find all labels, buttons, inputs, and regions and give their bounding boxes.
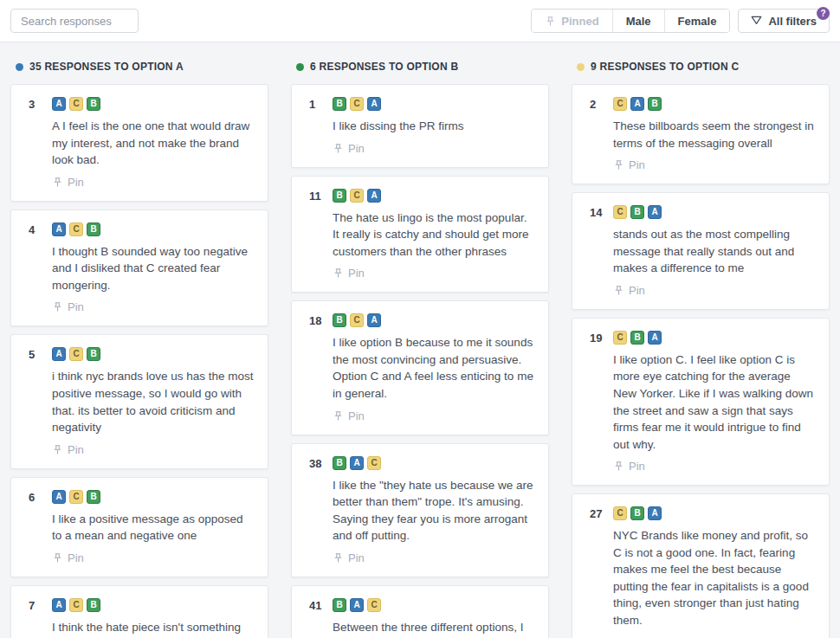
- pin-icon: [333, 267, 344, 279]
- pin-icon: [52, 177, 63, 188]
- response-body: ACBI think the hate piece isn't somethin…: [52, 598, 254, 638]
- card-list: 2CABThese billboards seem the strongest …: [572, 84, 830, 638]
- ranking-badge-b: B: [333, 97, 346, 111]
- pin-label: Pin: [68, 176, 84, 189]
- pin-icon: [52, 552, 63, 564]
- column-title: 9 RESPONSES TO OPTION C: [591, 61, 739, 73]
- pin-icon: [613, 159, 624, 171]
- ranking-badge-a: A: [367, 313, 381, 327]
- pin-button[interactable]: Pin: [613, 458, 645, 474]
- response-body: ACBi think nyc brands love us has the mo…: [52, 347, 254, 458]
- response-number: 27: [590, 506, 613, 638]
- response-card[interactable]: 6ACBI like a positive message as opposed…: [10, 477, 268, 577]
- male-filter-button[interactable]: Male: [613, 10, 665, 32]
- ranking-badge-c: C: [69, 97, 83, 111]
- ranking-badge-b: B: [333, 456, 346, 470]
- response-card[interactable]: 19CBAI like option C. I feel like option…: [572, 318, 830, 486]
- pin-button[interactable]: Pin: [52, 299, 84, 315]
- response-text: I like option B because to me it sounds …: [333, 334, 534, 402]
- pin-button[interactable]: Pin: [52, 441, 84, 458]
- response-text: I like a positive message as opposed to …: [52, 511, 254, 545]
- ranking-badge-b: B: [87, 598, 100, 612]
- ranking-badge-a: A: [648, 331, 662, 345]
- ranking-badges: BCA: [333, 313, 534, 327]
- ranking-badges: ACB: [52, 222, 254, 236]
- response-text: Between the three different options, I w…: [333, 619, 534, 638]
- pin-button[interactable]: Pin: [613, 157, 645, 173]
- ranking-badge-b: B: [333, 313, 346, 327]
- ranking-badges: ACB: [52, 490, 254, 504]
- column-title: 35 RESPONSES TO OPTION A: [29, 61, 184, 73]
- pin-button[interactable]: Pin: [52, 174, 84, 190]
- response-number: 11: [309, 189, 333, 283]
- pin-button[interactable]: Pin: [333, 408, 365, 424]
- pin-button[interactable]: Pin: [333, 140, 365, 157]
- pin-label: Pin: [68, 300, 84, 313]
- response-body: CABThese billboards seem the strongest i…: [613, 97, 815, 174]
- pinned-filter-button[interactable]: Pinned: [532, 10, 612, 32]
- response-number: 6: [29, 490, 52, 567]
- pin-button[interactable]: Pin: [613, 635, 645, 638]
- pin-button[interactable]: Pin: [613, 282, 645, 299]
- response-card[interactable]: 38BACI like the "they hate us because we…: [291, 443, 549, 577]
- ranking-badge-c: C: [69, 222, 83, 236]
- ranking-badge-a: A: [52, 598, 66, 612]
- response-card[interactable]: 2CABThese billboards seem the strongest …: [572, 84, 830, 184]
- pin-icon: [333, 410, 344, 422]
- response-text: i think nyc brands love us has the most …: [52, 368, 254, 435]
- pin-label: Pin: [629, 460, 645, 473]
- pin-icon: [52, 444, 63, 455]
- response-card[interactable]: 4ACBI thought B sounded way too negative…: [10, 209, 268, 327]
- column-option-b: 6 RESPONSES TO OPTION B1BCAI like dissin…: [291, 42, 549, 638]
- response-card[interactable]: 5ACBi think nyc brands love us has the m…: [10, 334, 268, 468]
- column-option-c: 9 RESPONSES TO OPTION C2CABThese billboa…: [572, 42, 830, 638]
- response-card[interactable]: 3ACBA I feel is the one one that would d…: [10, 84, 268, 202]
- pin-label: Pin: [68, 551, 84, 564]
- help-button[interactable]: ?: [817, 7, 830, 20]
- response-body: ACBA I feel is the one one that would dr…: [52, 97, 254, 191]
- ranking-badge-b: B: [648, 97, 662, 111]
- ranking-badges: CBA: [613, 331, 815, 345]
- card-list: 3ACBA I feel is the one one that would d…: [10, 84, 268, 638]
- ranking-badge-c: C: [350, 97, 364, 111]
- response-card[interactable]: 7ACBI think the hate piece isn't somethi…: [10, 585, 268, 638]
- female-filter-label: Female: [678, 15, 717, 28]
- response-number: 41: [309, 598, 333, 638]
- response-text: A I feel is the one one that would draw …: [52, 118, 254, 169]
- ranking-badge-a: A: [52, 490, 66, 504]
- pin-button[interactable]: Pin: [333, 265, 365, 281]
- pin-label: Pin: [68, 443, 84, 456]
- response-card[interactable]: 14CBAstands out as the most compelling m…: [572, 192, 830, 310]
- response-card[interactable]: 41BACBetween the three different options…: [291, 585, 549, 638]
- ranking-badge-c: C: [350, 313, 364, 327]
- response-card[interactable]: 11BCAThe hate us lingo is the most popul…: [291, 176, 549, 293]
- pin-button[interactable]: Pin: [52, 550, 84, 566]
- column-dot-icon: [577, 63, 585, 71]
- response-card[interactable]: 1BCAI like dissing the PR firmsPin: [291, 84, 549, 168]
- ranking-badge-a: A: [630, 97, 644, 111]
- column-header: 9 RESPONSES TO OPTION C: [577, 61, 830, 73]
- column-title: 6 RESPONSES TO OPTION B: [310, 61, 458, 73]
- response-text: These billboards seem the strongest in t…: [613, 118, 815, 151]
- pin-icon: [333, 552, 344, 564]
- column-header: 6 RESPONSES TO OPTION B: [296, 61, 549, 73]
- search-input[interactable]: [10, 9, 139, 33]
- ranking-badge-a: A: [350, 598, 364, 612]
- female-filter-button[interactable]: Female: [665, 10, 730, 32]
- column-dot-icon: [296, 63, 304, 71]
- pin-button[interactable]: Pin: [333, 550, 365, 566]
- pin-label: Pin: [348, 267, 365, 280]
- ranking-badge-c: C: [613, 331, 627, 345]
- ranking-badges: BAC: [333, 456, 534, 470]
- ranking-badges: CBA: [613, 506, 815, 520]
- response-card[interactable]: 18BCAI like option B because to me it so…: [291, 300, 549, 435]
- ranking-badge-c: C: [69, 347, 83, 361]
- response-number: 3: [29, 97, 52, 191]
- ranking-badge-a: A: [367, 189, 381, 203]
- pinned-filter-label: Pinned: [561, 15, 598, 28]
- response-card[interactable]: 27CBANYC Brands like money and profit, s…: [572, 493, 830, 638]
- ranking-badge-a: A: [52, 347, 66, 361]
- pin-icon: [52, 301, 63, 313]
- ranking-badge-c: C: [69, 490, 83, 504]
- column-header: 35 RESPONSES TO OPTION A: [16, 61, 268, 73]
